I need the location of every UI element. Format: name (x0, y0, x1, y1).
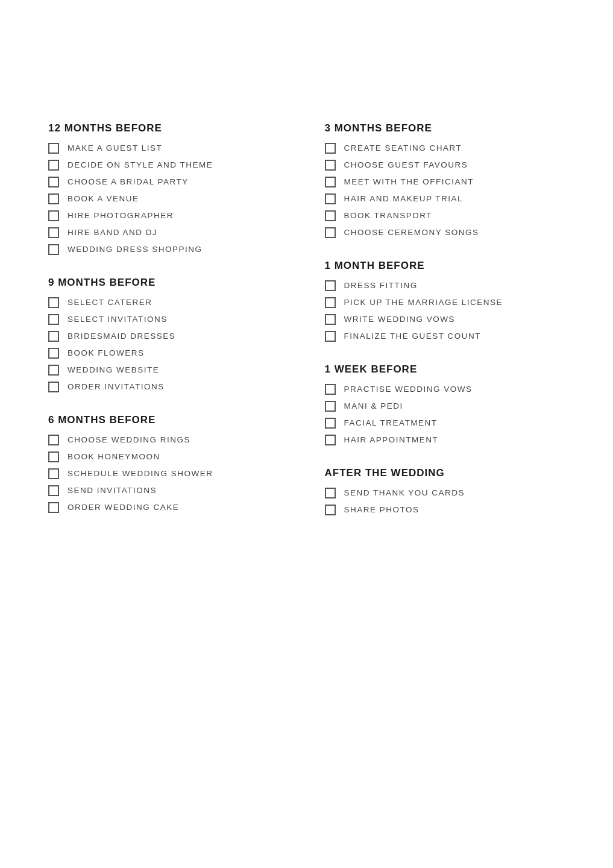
checkbox[interactable] (48, 210, 59, 221)
checkbox[interactable] (325, 418, 336, 429)
list-item: BOOK HONEYMOON (48, 451, 289, 462)
list-item: HIRE BAND AND DJ (48, 227, 289, 238)
checkbox[interactable] (325, 177, 336, 187)
item-label: SCHEDULE WEDDING SHOWER (68, 468, 213, 479)
checkbox[interactable] (325, 143, 336, 154)
list-item: DRESS FITTING (325, 280, 565, 291)
section-heading-after: AFTER THE WEDDING (325, 467, 565, 479)
item-label: BOOK A VENUE (68, 193, 139, 204)
list-item: CREATE SEATING CHART (325, 143, 565, 154)
list-item: SELECT CATERER (48, 297, 289, 308)
list-item: PRACTISE WEDDING VOWS (325, 384, 565, 395)
list-item: FINALIZE THE GUEST COUNT (325, 331, 565, 342)
section-6-months: 6 MONTHS BEFORECHOOSE WEDDING RINGSBOOK … (48, 414, 289, 513)
checklist-grid: 12 MONTHS BEFOREMAKE A GUEST LISTDECIDE … (48, 122, 565, 537)
list-item: DECIDE ON STYLE AND THEME (48, 160, 289, 171)
list-item: WRITE WEDDING VOWS (325, 314, 565, 325)
checkbox[interactable] (325, 488, 336, 498)
checkbox[interactable] (48, 314, 59, 325)
checkbox[interactable] (325, 331, 336, 342)
section-3-months: 3 MONTHS BEFORECREATE SEATING CHARTCHOOS… (325, 122, 565, 238)
checkbox[interactable] (325, 435, 336, 445)
section-heading-1-week: 1 WEEK BEFORE (325, 363, 565, 376)
item-label: HAIR APPOINTMENT (344, 435, 439, 445)
checkbox[interactable] (48, 382, 59, 392)
item-label: BRIDESMAID DRESSES (68, 331, 175, 342)
item-label: SELECT CATERER (68, 297, 152, 308)
item-label: SEND THANK YOU CARDS (344, 488, 465, 498)
list-item: FACIAL TREATMENT (325, 418, 565, 429)
list-item: HAIR APPOINTMENT (325, 435, 565, 445)
item-label: CHOOSE WEDDING RINGS (68, 435, 190, 445)
checkbox[interactable] (325, 401, 336, 412)
checkbox[interactable] (48, 227, 59, 238)
item-label: CHOOSE CEREMONY SONGS (344, 227, 479, 238)
section-heading-6-months: 6 MONTHS BEFORE (48, 414, 289, 426)
checkbox[interactable] (48, 331, 59, 342)
list-item: SCHEDULE WEDDING SHOWER (48, 468, 289, 479)
list-item: BRIDESMAID DRESSES (48, 331, 289, 342)
section-heading-9-months: 9 MONTHS BEFORE (48, 277, 289, 289)
list-item: MAKE A GUEST LIST (48, 143, 289, 154)
section-heading-1-month: 1 MONTH BEFORE (325, 260, 565, 272)
checkbox[interactable] (48, 297, 59, 308)
checkbox[interactable] (48, 193, 59, 204)
list-item: CHOOSE WEDDING RINGS (48, 435, 289, 445)
checkbox[interactable] (48, 244, 59, 255)
checkbox[interactable] (325, 505, 336, 515)
item-label: HIRE BAND AND DJ (68, 227, 157, 238)
right-column: 3 MONTHS BEFORECREATE SEATING CHARTCHOOS… (325, 122, 565, 537)
list-item: MEET WITH THE OFFICIANT (325, 177, 565, 187)
list-item: BOOK FLOWERS (48, 348, 289, 359)
item-label: FINALIZE THE GUEST COUNT (344, 331, 482, 342)
item-label: FACIAL TREATMENT (344, 418, 438, 429)
checkbox[interactable] (48, 143, 59, 154)
item-label: SEND INVITATIONS (68, 485, 157, 496)
list-item: HAIR AND MAKEUP TRIAL (325, 193, 565, 204)
section-heading-3-months: 3 MONTHS BEFORE (325, 122, 565, 134)
item-label: WEDDING DRESS SHOPPING (68, 244, 203, 255)
checkbox[interactable] (325, 297, 336, 308)
list-item: PICK UP THE MARRIAGE LICENSE (325, 297, 565, 308)
item-label: BOOK FLOWERS (68, 348, 145, 359)
checkbox[interactable] (48, 348, 59, 359)
section-after: AFTER THE WEDDINGSEND THANK YOU CARDSSHA… (325, 467, 565, 515)
list-item: MANI & PEDI (325, 401, 565, 412)
item-label: MAKE A GUEST LIST (68, 143, 162, 154)
checkbox[interactable] (48, 435, 59, 445)
checkbox[interactable] (325, 280, 336, 291)
checkbox[interactable] (48, 365, 59, 376)
checkbox[interactable] (325, 227, 336, 238)
item-label: BOOK HONEYMOON (68, 451, 160, 462)
checkbox[interactable] (48, 160, 59, 171)
checkbox[interactable] (325, 384, 336, 395)
checkbox[interactable] (325, 160, 336, 171)
item-label: WRITE WEDDING VOWS (344, 314, 456, 325)
checkbox[interactable] (325, 314, 336, 325)
list-item: WEDDING WEBSITE (48, 365, 289, 376)
page-title (48, 36, 565, 86)
checkbox[interactable] (48, 177, 59, 187)
list-item: SELECT INVITATIONS (48, 314, 289, 325)
checkbox[interactable] (325, 193, 336, 204)
checkbox[interactable] (48, 468, 59, 479)
section-1-week: 1 WEEK BEFOREPRACTISE WEDDING VOWSMANI &… (325, 363, 565, 445)
section-12-months: 12 MONTHS BEFOREMAKE A GUEST LISTDECIDE … (48, 122, 289, 255)
section-1-month: 1 MONTH BEFOREDRESS FITTINGPICK UP THE M… (325, 260, 565, 342)
item-label: ORDER WEDDING CAKE (68, 502, 179, 513)
section-heading-12-months: 12 MONTHS BEFORE (48, 122, 289, 134)
item-label: CHOOSE GUEST FAVOURS (344, 160, 468, 171)
checkbox[interactable] (48, 451, 59, 462)
item-label: CHOOSE A BRIDAL PARTY (68, 177, 189, 187)
checkbox[interactable] (48, 485, 59, 496)
list-item: BOOK A VENUE (48, 193, 289, 204)
item-label: PRACTISE WEDDING VOWS (344, 384, 473, 395)
item-label: DECIDE ON STYLE AND THEME (68, 160, 213, 171)
checkbox[interactable] (325, 210, 336, 221)
list-item: SEND THANK YOU CARDS (325, 488, 565, 498)
checkbox[interactable] (48, 502, 59, 513)
list-item: WEDDING DRESS SHOPPING (48, 244, 289, 255)
list-item: ORDER WEDDING CAKE (48, 502, 289, 513)
item-label: SHARE PHOTOS (344, 505, 420, 515)
list-item: CHOOSE A BRIDAL PARTY (48, 177, 289, 187)
